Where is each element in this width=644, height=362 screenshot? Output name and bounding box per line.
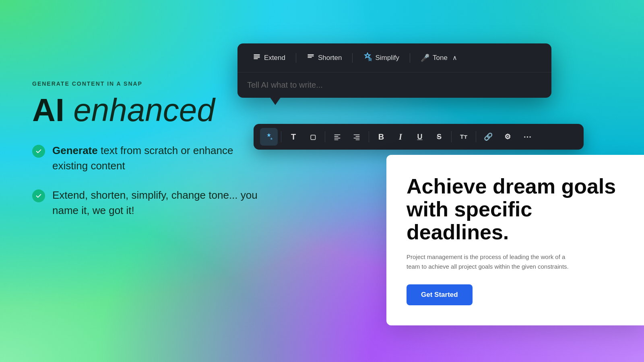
shorten-icon xyxy=(307,53,315,63)
ai-format-button[interactable] xyxy=(260,128,278,146)
chevron-up-icon: ∧ xyxy=(452,54,457,62)
link-button[interactable]: 🔗 xyxy=(479,128,497,146)
svg-rect-10 xyxy=(334,140,339,140)
headline-bold: AI xyxy=(32,92,64,128)
text-type-button[interactable]: T xyxy=(285,128,302,146)
ai-tool-extend[interactable]: Extend xyxy=(247,49,291,66)
get-started-button[interactable]: Get Started xyxy=(407,284,473,305)
toolbar-divider-2 xyxy=(352,53,353,63)
ai-panel: Extend Shorten xyxy=(237,43,551,98)
feature-text-1: Generate text from scratch or enhance ex… xyxy=(52,143,258,173)
align-right-button[interactable] xyxy=(348,128,365,146)
toolbar-divider-1 xyxy=(296,53,296,63)
simplify-label: Simplify xyxy=(375,54,399,62)
shorten-label: Shorten xyxy=(318,54,342,62)
ai-toolbar-container: Extend Shorten xyxy=(237,43,551,98)
align-left-button[interactable] xyxy=(328,128,346,146)
svg-rect-8 xyxy=(334,136,339,137)
extend-label: Extend xyxy=(264,54,285,62)
strikethrough-button[interactable]: S xyxy=(430,128,448,146)
ai-tool-simplify[interactable]: Simplify xyxy=(357,49,405,66)
check-icon-2 xyxy=(32,189,45,202)
feature-text-2: Extend, shorten, simplify, change tone..… xyxy=(52,188,258,218)
check-icon-1 xyxy=(32,145,45,158)
fmt-separator-2 xyxy=(325,131,325,142)
fmt-separator-5 xyxy=(476,131,476,142)
format-toolbar: T ▢ B I U S Tᴛ 🔗 ⚙ ⋯ xyxy=(254,124,584,150)
content-card-title: Achieve dream goals with specific deadli… xyxy=(407,175,624,244)
feature-item-2: Extend, shorten, simplify, change tone..… xyxy=(32,188,258,218)
feature-strong-1: Generate xyxy=(52,144,98,156)
svg-rect-7 xyxy=(334,134,341,135)
bold-button[interactable]: B xyxy=(372,128,390,146)
tone-icon: 🎤 xyxy=(421,53,429,62)
underline-button[interactable]: U xyxy=(411,128,429,146)
fmt-separator-1 xyxy=(281,131,281,142)
ai-prompt-input[interactable] xyxy=(247,80,542,90)
svg-rect-12 xyxy=(356,136,360,137)
headline-italic: enhanced xyxy=(73,92,215,128)
fmt-separator-4 xyxy=(451,131,452,142)
font-size-button[interactable]: Tᴛ xyxy=(455,128,473,146)
features-list: Generate text from scratch or enhance ex… xyxy=(32,143,258,218)
content-card: Achieve dream goals with specific deadli… xyxy=(386,155,644,325)
toolbar-divider-3 xyxy=(410,53,410,63)
svg-rect-9 xyxy=(334,138,341,139)
svg-rect-11 xyxy=(354,134,360,135)
tagline: GENERATE CONTENT IN A SNAP xyxy=(32,80,258,87)
content-card-description: Project management is the process of lea… xyxy=(407,252,576,272)
block-button[interactable]: ▢ xyxy=(304,128,322,146)
ai-tool-shorten[interactable]: Shorten xyxy=(301,49,348,66)
ai-panel-input-area[interactable] xyxy=(237,72,551,98)
feature-item-1: Generate text from scratch or enhance ex… xyxy=(32,143,258,173)
simplify-icon xyxy=(363,52,372,63)
svg-rect-14 xyxy=(356,140,360,140)
more-button[interactable]: ⋯ xyxy=(518,128,536,146)
svg-rect-13 xyxy=(354,138,360,139)
extend-icon xyxy=(253,53,261,63)
italic-button[interactable]: I xyxy=(392,128,409,146)
ai-panel-toolbar: Extend Shorten xyxy=(237,43,551,72)
tone-label: Tone xyxy=(433,54,448,62)
settings-button[interactable]: ⚙ xyxy=(499,128,516,146)
ai-tool-tone[interactable]: 🎤 Tone ∧ xyxy=(415,50,463,66)
fmt-separator-3 xyxy=(369,131,369,142)
headline: AI enhanced xyxy=(32,93,258,127)
left-content: GENERATE CONTENT IN A SNAP AI enhanced G… xyxy=(32,80,258,218)
